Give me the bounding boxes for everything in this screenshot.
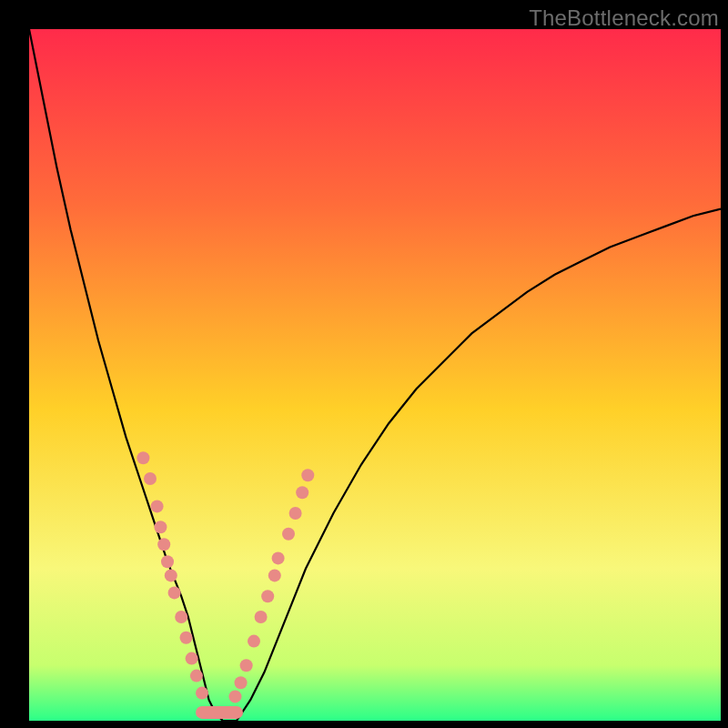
cluster-dot [255,611,268,623]
cluster-dot [165,569,177,581]
cluster-dot [175,611,187,623]
cluster-dot [282,528,295,541]
cluster-dot [190,670,203,682]
cluster-dot [289,507,302,520]
cluster-dot [296,486,308,499]
cluster-dot [168,586,181,599]
cluster-dot [272,551,285,564]
cluster-dot [136,451,149,464]
cluster-dot [301,469,314,481]
cluster-dot [196,687,208,700]
cluster-dot [161,555,174,568]
cluster-dot [157,538,170,551]
cluster-dot [144,472,157,485]
cluster-dot [151,500,164,512]
cluster-dot [268,569,281,581]
bottleneck-chart [29,29,721,721]
chart-frame: TheBottleneck.com [0,0,728,728]
cluster-dot [235,676,248,689]
gradient-background [29,29,721,721]
cluster-dot [154,521,167,533]
watermark-text: TheBottleneck.com [529,5,719,31]
cluster-dot [240,659,253,672]
cluster-dot [186,652,198,665]
cluster-dot [228,690,241,703]
cluster-dot [261,590,274,602]
cluster-dot [180,632,193,644]
cluster-dot [248,635,260,648]
